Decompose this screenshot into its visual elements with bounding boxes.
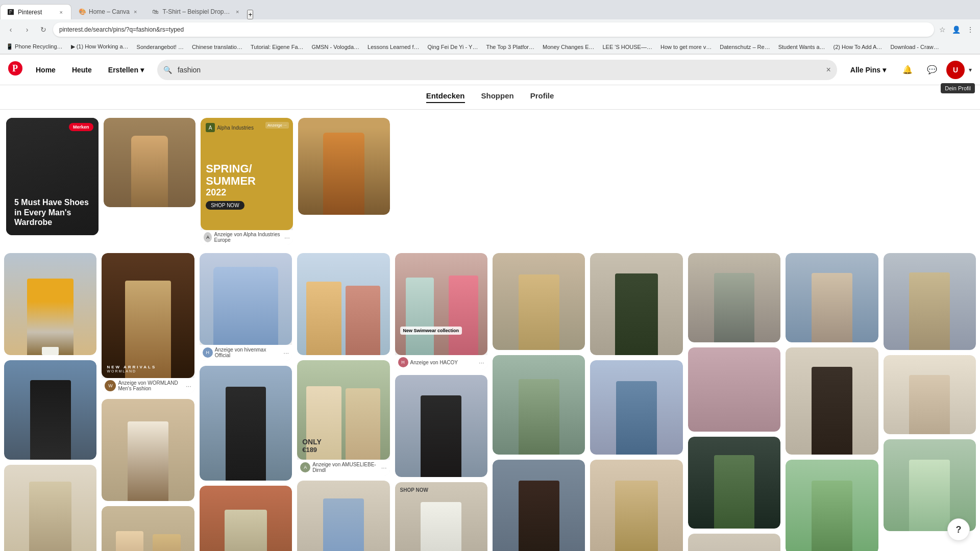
ad-name: Anzeige von HACOY	[410, 360, 477, 365]
list-item[interactable]: A Alpha Industries SPRING/SUMMER 2022 SH…	[201, 118, 293, 245]
list-item[interactable]	[590, 360, 682, 455]
list-item[interactable]	[104, 118, 196, 207]
sub-nav-entdecken[interactable]: Entdecken	[426, 91, 465, 103]
ad-more-icon[interactable]: ···	[381, 464, 387, 471]
bookmark-11[interactable]: How to get more v…	[658, 43, 714, 51]
tooltip-dein-profil: Dein Profil	[941, 83, 975, 93]
back-button[interactable]: ‹	[4, 23, 17, 36]
notifications-button[interactable]: 🔔	[897, 60, 918, 80]
ad-name: Anzeige von WORMLAND Men's Fashion	[118, 380, 184, 391]
list-item[interactable]	[884, 439, 976, 531]
bookmark-1[interactable]: ▶ (1) How Working a…	[69, 42, 131, 51]
bookmark-6[interactable]: Lessons Learned f…	[365, 43, 422, 51]
shop-label: SHOP NOW	[400, 487, 428, 493]
list-item[interactable]	[200, 366, 292, 481]
list-item[interactable]: H Anzeige von hivenmax Official ···	[200, 253, 292, 361]
list-item[interactable]	[102, 399, 194, 501]
bookmark-12[interactable]: Datenschutz – Re…	[718, 43, 772, 51]
search-input[interactable]	[157, 60, 837, 80]
ad-more-icon[interactable]: ···	[186, 382, 191, 390]
list-item[interactable]	[102, 506, 194, 551]
erstellen-nav-button[interactable]: Erstellen ▾	[101, 62, 151, 78]
list-item[interactable]: 5 Must Have Shoes in Every Man's Wardrob…	[6, 118, 99, 235]
pinterest-logo[interactable]: P	[8, 61, 22, 79]
bookmark-phone[interactable]: 📱 Phone Recycling…	[4, 42, 65, 51]
list-item[interactable]	[4, 465, 96, 551]
list-item[interactable]	[493, 253, 585, 350]
svg-text:P: P	[12, 63, 18, 73]
list-item[interactable]: SHOP NOW	[395, 482, 487, 551]
list-item[interactable]	[493, 460, 585, 551]
list-item[interactable]	[200, 486, 292, 551]
profile-browser-icon[interactable]: 👤	[950, 23, 963, 36]
avatar-button[interactable]: U	[946, 61, 965, 79]
tab-canva[interactable]: 🎨 Home – Canva ×	[71, 4, 145, 19]
search-bar: 🔍 ×	[157, 60, 837, 80]
close-tab-canva[interactable]: ×	[133, 8, 138, 16]
list-item[interactable]: ONLY €189 A Anzeige von AMUSELIEBE-Dirnd…	[297, 360, 389, 475]
list-item[interactable]	[590, 460, 682, 551]
close-tab-pinterest[interactable]: ×	[59, 8, 64, 16]
ad-avatar: W	[105, 380, 116, 391]
bookmark-icon[interactable]: ☆	[937, 23, 948, 36]
list-item[interactable]	[884, 355, 976, 434]
list-item[interactable]	[4, 360, 96, 460]
bookmark-4[interactable]: Tutorial: Eigene Fa…	[249, 43, 306, 51]
filter-button[interactable]: Alle Pins ▾	[843, 62, 893, 78]
ad-more-icon[interactable]: ···	[479, 359, 484, 366]
list-item[interactable]	[297, 481, 389, 551]
close-tab-tshirt[interactable]: ×	[235, 8, 240, 16]
ad-more-icon[interactable]: ···	[283, 349, 289, 357]
avatar-chevron-icon[interactable]: ▾	[969, 66, 972, 73]
bookmark-7[interactable]: Qing Fei De Yi - Y…	[426, 43, 480, 51]
list-item[interactable]	[688, 347, 780, 432]
list-item[interactable]	[298, 118, 390, 215]
sub-nav-shoppen[interactable]: Shoppen	[481, 91, 514, 103]
list-item[interactable]	[786, 347, 878, 455]
settings-icon[interactable]: ⋮	[965, 23, 976, 36]
list-item[interactable]	[395, 375, 487, 477]
ad-name: Anzeige von hivenmax Official	[215, 347, 282, 358]
bookmark-2[interactable]: Sonderangebot! …	[135, 43, 186, 51]
list-item[interactable]: NEW ARRIVALS WORMLAND W Anzeige von WORM…	[102, 253, 194, 394]
list-item[interactable]	[4, 253, 96, 355]
list-item[interactable]	[688, 437, 780, 529]
bookmark-3[interactable]: Chinese translatio…	[190, 43, 244, 51]
refresh-button[interactable]: ↻	[37, 23, 50, 36]
save-badge[interactable]: Merken	[69, 123, 93, 131]
heute-nav-button[interactable]: Heute	[65, 62, 99, 78]
tab-tshirt[interactable]: 🛍 T-Shirt – Beispiel Dropshippi… ×	[145, 4, 247, 19]
list-item[interactable]	[884, 253, 976, 350]
bookmark-5[interactable]: GMSN - Vologda…	[310, 43, 362, 51]
address-bar-row: ‹ › ↻ ☆ 👤 ⋮	[0, 19, 980, 40]
list-item[interactable]	[688, 534, 780, 551]
bookmark-14[interactable]: (2) How To Add A…	[831, 43, 885, 51]
bookmark-8[interactable]: The Top 3 Platfor…	[484, 43, 536, 51]
list-item[interactable]	[493, 355, 585, 455]
ad-more-icon[interactable]: ···	[284, 234, 290, 241]
bookmark-13[interactable]: Student Wants a…	[776, 43, 827, 51]
shop-now-button[interactable]: SHOP NOW	[206, 201, 244, 210]
only-price-text: ONLY	[302, 438, 322, 446]
list-item[interactable]	[786, 253, 878, 342]
forward-button[interactable]: ›	[20, 23, 34, 36]
list-item[interactable]: New Swimwear collection H Anzeige von HA…	[395, 253, 487, 370]
home-nav-button[interactable]: Home	[29, 62, 63, 78]
clear-search-icon[interactable]: ×	[826, 65, 831, 74]
tab-label-canva: Home – Canva	[89, 8, 130, 15]
address-input[interactable]	[53, 22, 934, 37]
bookmark-10[interactable]: LEE 'S HOUSE—…	[600, 43, 654, 51]
messages-button[interactable]: 💬	[922, 60, 942, 80]
list-item[interactable]	[786, 460, 878, 551]
add-tab-button[interactable]: +	[247, 10, 253, 19]
brand-text: WORMLAND	[107, 369, 156, 373]
list-item[interactable]	[590, 253, 682, 355]
bookmark-15[interactable]: Download - Craw…	[888, 43, 941, 51]
help-button[interactable]: ?	[947, 518, 970, 541]
bookmark-9[interactable]: Money Changes E…	[541, 43, 597, 51]
list-item[interactable]	[688, 253, 780, 342]
list-item[interactable]	[297, 253, 389, 355]
tab-pinterest[interactable]: 🅿 Pinterest ×	[0, 4, 71, 19]
anzeige-badge: Anzeige ···	[265, 122, 289, 129]
sub-nav-profile[interactable]: Profile	[530, 91, 554, 103]
